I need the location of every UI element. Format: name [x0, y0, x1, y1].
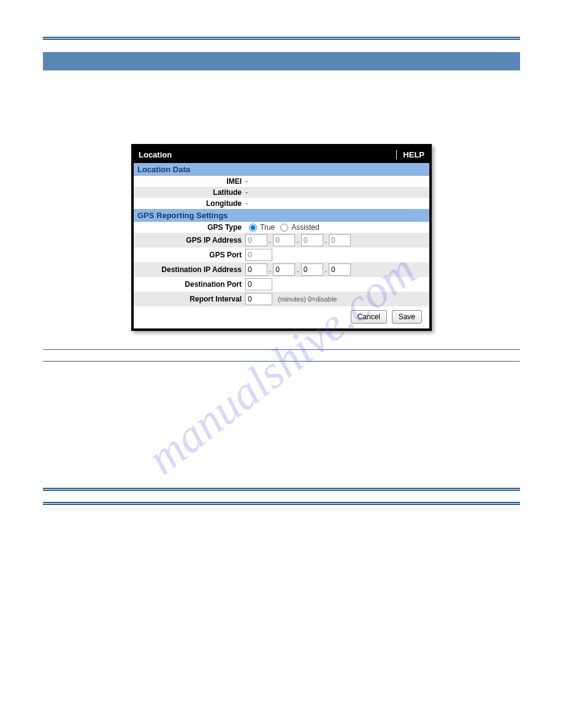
dest-ip-octet-3[interactable]	[301, 264, 323, 276]
label-dest-ip: Destination IP Address	[134, 265, 245, 274]
panel-header: Location HELP	[134, 146, 429, 163]
gps-ip-octet-3[interactable]	[301, 234, 323, 246]
label-gps-type: GPS Type	[134, 223, 245, 232]
button-row: Cancel Save	[134, 306, 429, 328]
value-latitude: -	[245, 188, 429, 197]
save-button[interactable]: Save	[392, 310, 422, 324]
radio-gps-assisted[interactable]	[280, 224, 288, 232]
row-latitude: Latitude -	[134, 187, 429, 198]
label-gps-port: GPS Port	[134, 251, 245, 259]
row-longitude: Longitude -	[134, 198, 429, 209]
gps-ip-octet-2[interactable]	[273, 234, 295, 246]
double-rule-2	[43, 502, 520, 505]
value-longitude: -	[245, 199, 429, 208]
label-gps-ip: GPS IP Address	[134, 236, 245, 245]
top-double-rule	[43, 37, 520, 40]
row-report-interval: Report Interval (minutes) 0=disable	[134, 292, 429, 306]
label-gps-assisted: Assisted	[291, 223, 319, 232]
cancel-button[interactable]: Cancel	[351, 310, 387, 324]
row-gps-type: GPS Type True Assisted	[134, 222, 429, 233]
help-link[interactable]: HELP	[396, 150, 424, 159]
row-gps-port: GPS Port	[134, 248, 429, 262]
location-panel: Location HELP Location Data IMEI - Latit…	[131, 144, 432, 331]
report-interval-input[interactable]	[245, 293, 272, 305]
row-dest-port: Destination Port	[134, 277, 429, 292]
section-gps-settings: GPS Reporting Settings	[134, 209, 429, 222]
value-imei: -	[245, 177, 429, 186]
header-blue-bar	[43, 52, 520, 70]
separator-1	[43, 349, 520, 350]
dest-ip-octet-4[interactable]	[329, 264, 351, 276]
label-report-interval: Report Interval	[134, 295, 245, 303]
gps-port-input[interactable]	[245, 249, 272, 261]
dest-ip-octet-1[interactable]	[245, 264, 267, 276]
section-location-data: Location Data	[134, 163, 429, 176]
label-dest-port: Destination Port	[134, 280, 245, 289]
label-latitude: Latitude	[134, 188, 245, 197]
label-longitude: Longitude	[134, 199, 245, 208]
gps-ip-octet-4[interactable]	[329, 234, 351, 246]
report-interval-hint: (minutes) 0=disable	[278, 295, 337, 303]
radio-gps-true[interactable]	[249, 224, 257, 232]
dest-port-input[interactable]	[245, 278, 272, 290]
row-dest-ip: Destination IP Address . . .	[134, 262, 429, 277]
gps-ip-octet-1[interactable]	[245, 234, 267, 246]
row-imei: IMEI -	[134, 176, 429, 187]
row-gps-ip: GPS IP Address . . .	[134, 233, 429, 248]
panel-title: Location	[139, 150, 172, 159]
label-gps-true: True	[260, 223, 275, 232]
double-rule-1	[43, 488, 520, 491]
label-imei: IMEI	[134, 177, 245, 186]
dest-ip-octet-2[interactable]	[273, 264, 295, 276]
separator-2	[43, 361, 520, 362]
